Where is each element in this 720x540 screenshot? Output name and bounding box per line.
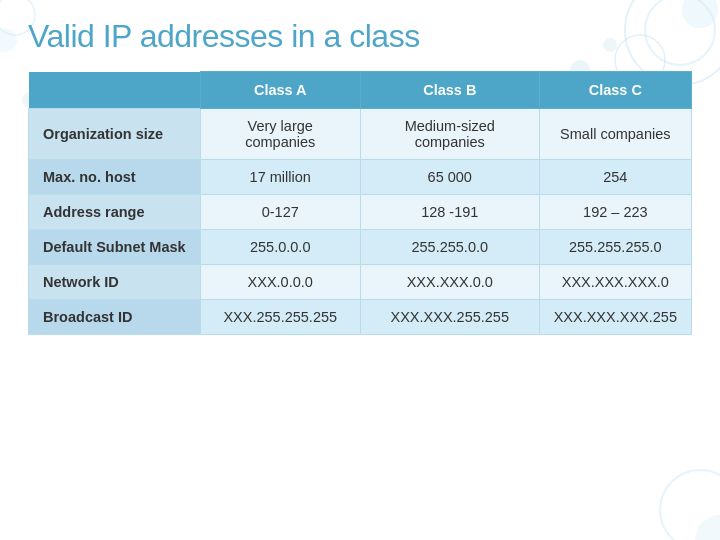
row-label: Broadcast ID bbox=[29, 300, 201, 335]
row-class-c: XXX.XXX.XXX.255 bbox=[539, 300, 691, 335]
row-class-c: XXX.XXX.XXX.0 bbox=[539, 265, 691, 300]
table-row: Organization sizeVery large companiesMed… bbox=[29, 109, 692, 160]
row-class-a: 17 million bbox=[200, 160, 360, 195]
row-class-b: Medium-sized companies bbox=[360, 109, 539, 160]
svg-point-6 bbox=[660, 470, 720, 540]
row-class-a: Very large companies bbox=[200, 109, 360, 160]
row-class-a: XXX.0.0.0 bbox=[200, 265, 360, 300]
page-title: Valid IP addresses in a class bbox=[28, 18, 692, 55]
row-class-b: 65 000 bbox=[360, 160, 539, 195]
row-class-b: 128 -191 bbox=[360, 195, 539, 230]
row-class-a: 255.0.0.0 bbox=[200, 230, 360, 265]
table-row: Max. no. host17 million65 000254 bbox=[29, 160, 692, 195]
row-class-a: 0-127 bbox=[200, 195, 360, 230]
row-label: Address range bbox=[29, 195, 201, 230]
row-class-c: 192 – 223 bbox=[539, 195, 691, 230]
row-label: Network ID bbox=[29, 265, 201, 300]
table-row: Network IDXXX.0.0.0XXX.XXX.0.0XXX.XXX.XX… bbox=[29, 265, 692, 300]
header-empty bbox=[29, 72, 201, 109]
row-class-a: XXX.255.255.255 bbox=[200, 300, 360, 335]
table-row: Default Subnet Mask255.0.0.0255.255.0.02… bbox=[29, 230, 692, 265]
row-label: Max. no. host bbox=[29, 160, 201, 195]
row-label: Default Subnet Mask bbox=[29, 230, 201, 265]
svg-point-7 bbox=[695, 515, 720, 540]
ip-class-table: Class A Class B Class C Organization siz… bbox=[28, 71, 692, 335]
row-class-b: 255.255.0.0 bbox=[360, 230, 539, 265]
row-class-c: 254 bbox=[539, 160, 691, 195]
header-class-c: Class C bbox=[539, 72, 691, 109]
row-label: Organization size bbox=[29, 109, 201, 160]
row-class-b: XXX.XXX.255.255 bbox=[360, 300, 539, 335]
table-header-row: Class A Class B Class C bbox=[29, 72, 692, 109]
header-class-b: Class B bbox=[360, 72, 539, 109]
row-class-b: XXX.XXX.0.0 bbox=[360, 265, 539, 300]
row-class-c: 255.255.255.0 bbox=[539, 230, 691, 265]
table-row: Broadcast IDXXX.255.255.255XXX.XXX.255.2… bbox=[29, 300, 692, 335]
table-row: Address range0-127128 -191192 – 223 bbox=[29, 195, 692, 230]
header-class-a: Class A bbox=[200, 72, 360, 109]
row-class-c: Small companies bbox=[539, 109, 691, 160]
